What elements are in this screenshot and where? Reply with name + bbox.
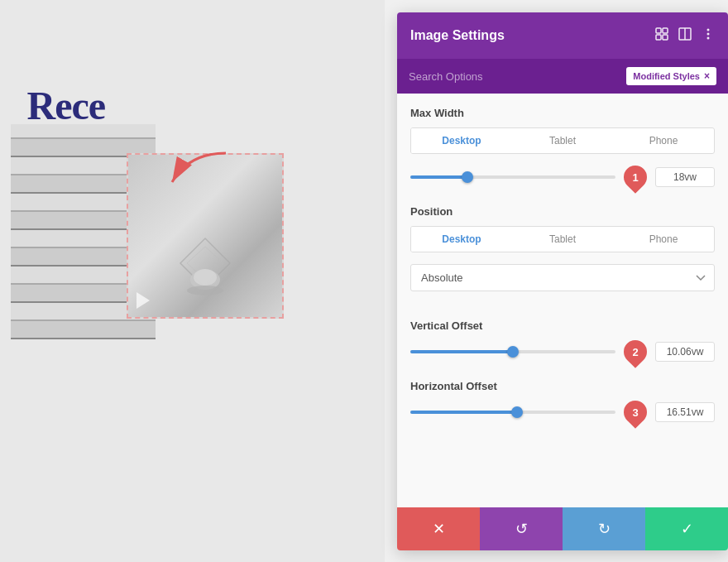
redo-icon: ↻ [598, 520, 611, 538]
modified-styles-close[interactable]: × [704, 70, 710, 82]
max-width-section: Max Width Desktop Tablet Phone 1 [410, 107, 715, 189]
panel-title: Image Settings [410, 28, 505, 43]
position-tablet-tab[interactable]: Tablet [512, 227, 613, 252]
max-width-slider-row: 1 [410, 166, 715, 189]
horizontal-offset-section: Horizontal Offset 3 [410, 380, 715, 424]
play-icon [136, 292, 150, 309]
settings-panel: Image Settings [397, 12, 728, 550]
position-device-tabs: Desktop Tablet Phone [410, 226, 715, 252]
horizontal-offset-title: Horizontal Offset [410, 380, 715, 392]
search-bar: Modified Styles × [397, 59, 728, 94]
position-title: Position [410, 205, 715, 218]
vertical-offset-slider[interactable] [410, 343, 615, 360]
vertical-offset-slider-row: 2 [410, 340, 715, 363]
confirm-icon: ✓ [681, 520, 693, 538]
position-section: Position Desktop Tablet Phone Absolute R… [410, 205, 715, 303]
max-width-slider[interactable] [410, 169, 615, 185]
vertical-offset-value[interactable] [655, 342, 715, 362]
horizontal-offset-badge: 3 [619, 396, 652, 429]
horizontal-offset-slider[interactable] [410, 404, 615, 420]
max-width-phone-tab[interactable]: Phone [613, 128, 714, 153]
undo-button[interactable]: ↺ [480, 507, 563, 550]
canvas-heading-text: Rece [27, 83, 106, 128]
svg-rect-9 [663, 35, 668, 40]
max-width-tablet-tab[interactable]: Tablet [512, 128, 613, 153]
horizontal-offset-value[interactable] [655, 402, 715, 422]
svg-rect-6 [656, 28, 661, 33]
max-width-desktop-tab[interactable]: Desktop [411, 128, 512, 153]
position-dropdown[interactable]: Absolute Relative Fixed Static [410, 264, 715, 291]
panel-body: Max Width Desktop Tablet Phone 1 [397, 94, 728, 507]
confirm-button[interactable]: ✓ [645, 507, 728, 550]
plant-decoration [172, 234, 238, 300]
svg-rect-7 [663, 28, 668, 33]
resize-icon[interactable] [655, 27, 668, 44]
max-width-device-tabs: Desktop Tablet Phone [410, 127, 715, 154]
search-input[interactable] [409, 70, 618, 83]
svg-point-12 [707, 29, 710, 31]
vertical-offset-badge: 2 [619, 335, 652, 368]
max-width-value[interactable] [655, 167, 715, 187]
modified-styles-badge: Modified Styles × [626, 67, 716, 85]
cancel-button[interactable]: ✕ [397, 507, 480, 550]
header-icons [655, 27, 715, 44]
svg-point-13 [707, 33, 710, 36]
svg-point-14 [707, 37, 710, 40]
vertical-offset-title: Vertical Offset [410, 319, 715, 332]
position-desktop-tab[interactable]: Desktop [411, 227, 512, 252]
redo-button[interactable]: ↻ [563, 507, 645, 550]
svg-point-4 [187, 286, 223, 295]
vertical-offset-section: Vertical Offset 2 [410, 319, 715, 363]
layout-icon[interactable] [678, 27, 692, 44]
horizontal-offset-slider-row: 3 [410, 401, 715, 424]
undo-icon: ↺ [515, 520, 528, 538]
search-input-wrap[interactable] [409, 69, 618, 84]
canvas-area: Rece [0, 0, 385, 562]
modified-styles-label: Modified Styles [633, 71, 700, 81]
cancel-icon: ✕ [433, 520, 445, 538]
svg-rect-8 [656, 35, 661, 40]
arrow-indicator [164, 145, 230, 198]
more-options-icon[interactable] [702, 27, 715, 44]
max-width-title: Max Width [410, 107, 715, 119]
svg-point-3 [194, 269, 217, 286]
max-width-badge: 1 [619, 161, 652, 194]
position-phone-tab[interactable]: Phone [613, 227, 714, 252]
panel-footer: ✕ ↺ ↻ ✓ [397, 507, 728, 550]
panel-header: Image Settings [397, 12, 728, 59]
